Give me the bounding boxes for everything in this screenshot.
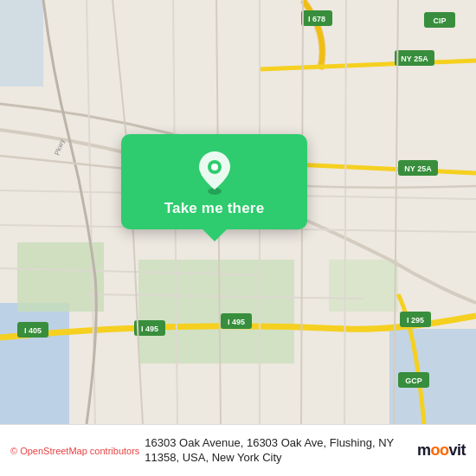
svg-text:I 495: I 495 [228, 318, 245, 326]
svg-rect-0 [0, 303, 69, 424]
map-container: I 678 NY 25A NY 25A NY 25A I 495 I 495 I… [0, 0, 476, 424]
location-pin-icon [196, 150, 234, 195]
address-text: 16303 Oak Avenue, 16303 Oak Ave, Flushin… [145, 436, 410, 466]
svg-point-29 [211, 164, 218, 170]
svg-rect-4 [138, 260, 294, 363]
svg-text:I 495: I 495 [141, 325, 158, 333]
svg-text:NY 25A: NY 25A [404, 164, 432, 173]
take-me-there-card[interactable]: Take me there [121, 134, 307, 229]
moovit-logo: moovit [417, 441, 466, 460]
svg-text:GCP: GCP [405, 376, 422, 385]
svg-rect-5 [329, 260, 398, 312]
svg-text:CIP: CIP [433, 16, 446, 25]
svg-text:Pkwy: Pkwy [53, 138, 66, 157]
bottom-bar: © OpenStreetMap contributors 16303 Oak A… [0, 424, 476, 476]
svg-text:NY 25A: NY 25A [401, 55, 428, 63]
svg-text:I 295: I 295 [407, 316, 424, 325]
take-me-there-label: Take me there [164, 200, 265, 217]
svg-text:I 405: I 405 [24, 326, 42, 335]
svg-text:I 678: I 678 [308, 15, 325, 23]
osm-attribution: © OpenStreetMap contributors [10, 446, 139, 456]
svg-rect-2 [0, 0, 43, 87]
